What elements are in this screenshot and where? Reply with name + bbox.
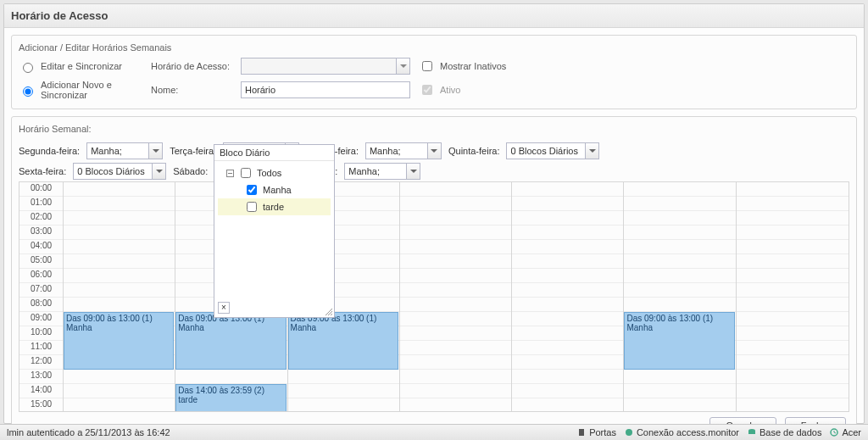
calendar-col-sabado[interactable]: Das 09:00 às 13:00 (1)Manha bbox=[624, 182, 736, 412]
chevron-down-icon[interactable] bbox=[585, 143, 598, 159]
calendar-cell[interactable] bbox=[737, 269, 849, 283]
calendar-cell[interactable] bbox=[624, 384, 735, 398]
calendar-cell[interactable] bbox=[64, 283, 175, 298]
calendar-cell[interactable] bbox=[400, 326, 511, 341]
status-base-dados[interactable]: Base de dados bbox=[748, 427, 821, 437]
calendar-cell[interactable] bbox=[512, 254, 623, 269]
chevron-down-icon[interactable] bbox=[148, 143, 162, 159]
calendar-cell[interactable] bbox=[512, 298, 623, 312]
calendar-cell[interactable] bbox=[737, 370, 849, 384]
calendar-cell[interactable] bbox=[400, 384, 511, 398]
calendar-cell[interactable] bbox=[624, 370, 735, 384]
status-conexao[interactable]: Conexão access.monitor bbox=[625, 427, 739, 437]
tree-collapse-icon[interactable]: – bbox=[226, 170, 234, 177]
calendar-cell[interactable] bbox=[512, 398, 623, 412]
calendar-cell[interactable] bbox=[624, 269, 735, 283]
calendar-cell[interactable] bbox=[64, 269, 175, 283]
calendar-cell[interactable] bbox=[737, 197, 849, 211]
tree-node-todos[interactable]: – Todos bbox=[218, 164, 331, 181]
calendar-cell[interactable] bbox=[624, 226, 735, 240]
calendar-cell[interactable] bbox=[737, 298, 849, 312]
calendar-cell[interactable] bbox=[737, 240, 849, 254]
calendar-cell[interactable] bbox=[512, 341, 623, 355]
event-ter-tarde[interactable]: Das 14:00 às 23:59 (2)tarde bbox=[175, 384, 286, 412]
checkbox-todos[interactable] bbox=[241, 168, 251, 178]
calendar-cell[interactable] bbox=[64, 398, 175, 412]
status-portas[interactable]: Portas bbox=[577, 427, 616, 437]
calendar-cell[interactable] bbox=[400, 240, 511, 254]
calendar-cell[interactable] bbox=[737, 384, 849, 398]
popup-close-icon[interactable]: × bbox=[218, 302, 230, 314]
calendar-cell[interactable] bbox=[512, 197, 623, 211]
calendar-cell[interactable] bbox=[512, 283, 623, 298]
calendar-cell[interactable] bbox=[737, 211, 849, 226]
tree-node-tarde[interactable]: tarde bbox=[218, 198, 331, 215]
bloco-diario-popup[interactable]: Bloco Diário – Todos Manha tarde × bbox=[214, 144, 335, 318]
combo-quinta[interactable] bbox=[506, 142, 599, 159]
status-acertar[interactable]: Acer bbox=[830, 427, 861, 437]
week-calendar[interactable]: 00:0001:0002:0003:0004:0005:0006:0007:00… bbox=[19, 181, 849, 412]
calendar-cell[interactable] bbox=[288, 398, 399, 412]
combo-domingo-input[interactable] bbox=[345, 164, 406, 179]
calendar-cell[interactable] bbox=[400, 269, 511, 283]
calendar-cell[interactable] bbox=[624, 197, 735, 211]
checkbox-mostrar-inativos[interactable] bbox=[422, 61, 432, 71]
combo-segunda[interactable] bbox=[86, 142, 163, 159]
calendar-cell[interactable] bbox=[400, 341, 511, 355]
calendar-cell[interactable] bbox=[737, 326, 849, 341]
event-seg-manha[interactable]: Das 09:00 às 13:00 (1)Manha bbox=[64, 312, 174, 370]
calendar-col-domingo[interactable] bbox=[737, 182, 849, 412]
checkbox-tarde[interactable] bbox=[247, 202, 257, 212]
calendar-cell[interactable] bbox=[624, 211, 735, 226]
calendar-cell[interactable] bbox=[64, 182, 175, 197]
calendar-cell[interactable] bbox=[400, 226, 511, 240]
calendar-cell[interactable] bbox=[64, 298, 175, 312]
calendar-cell[interactable] bbox=[400, 254, 511, 269]
calendar-cell[interactable] bbox=[512, 370, 623, 384]
event-qua-manha[interactable]: Das 09:00 às 13:00 (1)Manha bbox=[288, 312, 398, 370]
calendar-cell[interactable] bbox=[400, 283, 511, 298]
radio-editar[interactable] bbox=[23, 63, 33, 73]
calendar-cell[interactable] bbox=[64, 384, 175, 398]
combo-sexta[interactable] bbox=[73, 163, 166, 180]
calendar-cell[interactable] bbox=[400, 197, 511, 211]
calendar-cell[interactable] bbox=[737, 398, 849, 412]
calendar-cell[interactable] bbox=[64, 226, 175, 240]
calendar-cell[interactable] bbox=[737, 182, 849, 197]
calendar-cell[interactable] bbox=[288, 370, 399, 384]
calendar-cell[interactable] bbox=[400, 398, 511, 412]
calendar-cell[interactable] bbox=[624, 254, 735, 269]
calendar-cell[interactable] bbox=[400, 312, 511, 326]
combo-domingo[interactable] bbox=[344, 163, 420, 180]
calendar-cell[interactable] bbox=[737, 341, 849, 355]
calendar-cell[interactable] bbox=[624, 398, 735, 412]
calendar-cell[interactable] bbox=[400, 298, 511, 312]
calendar-cell[interactable] bbox=[624, 240, 735, 254]
calendar-cell[interactable] bbox=[624, 298, 735, 312]
calendar-cell[interactable] bbox=[64, 197, 175, 211]
calendar-cell[interactable] bbox=[400, 211, 511, 226]
chevron-down-icon[interactable] bbox=[406, 164, 420, 179]
calendar-cell[interactable] bbox=[64, 254, 175, 269]
calendar-cell[interactable] bbox=[288, 384, 399, 398]
calendar-cell[interactable] bbox=[400, 370, 511, 384]
calendar-cell[interactable] bbox=[512, 269, 623, 283]
calendar-cell[interactable] bbox=[512, 312, 623, 326]
radio-adicionar[interactable] bbox=[23, 86, 33, 97]
calendar-cell[interactable] bbox=[512, 240, 623, 254]
calendar-cell[interactable] bbox=[737, 355, 849, 370]
calendar-cell[interactable] bbox=[64, 240, 175, 254]
calendar-col-quinta[interactable] bbox=[400, 182, 512, 412]
combo-sexta-input[interactable] bbox=[74, 164, 152, 179]
calendar-cell[interactable] bbox=[512, 326, 623, 341]
calendar-cell[interactable] bbox=[737, 312, 849, 326]
calendar-cell[interactable] bbox=[512, 211, 623, 226]
calendar-cell[interactable] bbox=[512, 384, 623, 398]
calendar-cell[interactable] bbox=[737, 254, 849, 269]
calendar-cell[interactable] bbox=[64, 370, 175, 384]
chevron-down-icon[interactable] bbox=[152, 164, 165, 179]
calendar-cell[interactable] bbox=[512, 182, 623, 197]
calendar-cell[interactable] bbox=[175, 370, 287, 384]
event-ter-manha[interactable]: Das 09:00 às 13:00 (1)Manha bbox=[175, 312, 286, 370]
calendar-cell[interactable] bbox=[512, 355, 623, 370]
